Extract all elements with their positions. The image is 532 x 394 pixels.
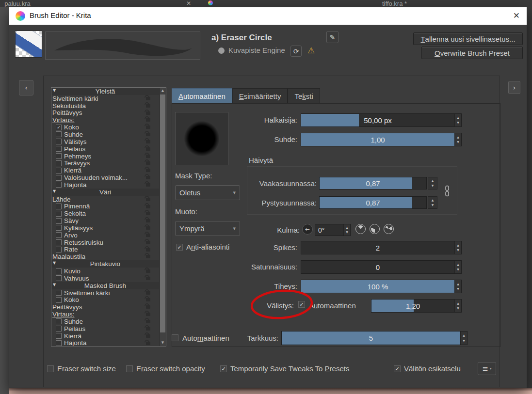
option-checkbox[interactable]: [56, 268, 62, 274]
options-list-item[interactable]: Kierrä: [51, 167, 159, 174]
collapse-triangle-icon[interactable]: ▼: [53, 189, 56, 193]
edit-icon[interactable]: ✎: [326, 31, 339, 43]
mask-type-select[interactable]: Oletus: [175, 185, 240, 200]
tab-automaattinen[interactable]: Automaattinen: [172, 88, 232, 104]
scroll-down-icon[interactable]: ▼: [160, 340, 166, 346]
spin-buttons[interactable]: [454, 280, 461, 293]
collapse-triangle-icon[interactable]: ▼: [53, 283, 56, 287]
spacing-auto-checkbox[interactable]: ✓: [298, 301, 305, 308]
options-list-item[interactable]: Siveltimen kärki: [51, 95, 159, 102]
option-checkbox[interactable]: [56, 131, 62, 137]
option-checkbox[interactable]: [56, 139, 62, 144]
eraser-switch-size-checkbox-row[interactable]: Eraser switch size: [47, 364, 116, 373]
options-list-item[interactable]: Terävyys: [51, 159, 159, 167]
option-checkbox[interactable]: ✓: [56, 125, 62, 130]
options-list-item[interactable]: Peilaus: [51, 145, 159, 153]
options-list-item[interactable]: Sävy: [51, 217, 159, 224]
footer-checkbox[interactable]: [126, 365, 133, 372]
option-checkbox[interactable]: [56, 168, 62, 173]
option-checkbox[interactable]: [56, 275, 62, 281]
options-scrollbar[interactable]: ▲ ▼: [159, 88, 166, 346]
antialias-checkbox[interactable]: ✓: [176, 244, 183, 251]
options-list-item[interactable]: Arvo: [51, 232, 159, 239]
option-checkbox[interactable]: [56, 182, 62, 188]
background-doc-tab-active[interactable]: tiffo.kra *: [382, 0, 407, 7]
spin-buttons[interactable]: [454, 114, 461, 126]
background-doc-tab[interactable]: _paluu.kra: [1, 0, 31, 7]
options-list-item[interactable]: Maalaustila: [51, 253, 159, 260]
angle-preset-diagonal-icon[interactable]: [384, 224, 394, 234]
options-list-item[interactable]: Peittävyys: [51, 110, 159, 117]
tab-teksti[interactable]: Teksti: [288, 88, 320, 104]
options-list-item[interactable]: ✓Koko: [51, 124, 159, 131]
options-list-item[interactable]: Rate: [51, 246, 159, 253]
option-checkbox[interactable]: [56, 326, 62, 331]
precision-slider[interactable]: 5: [281, 331, 468, 345]
close-icon[interactable]: ✕: [513, 11, 520, 20]
angle-dial[interactable]: ←: [302, 224, 313, 235]
spin-buttons[interactable]: [454, 299, 461, 312]
options-list-item[interactable]: Lähde: [51, 196, 159, 203]
spacing-slider[interactable]: 1,20: [371, 299, 462, 313]
angle-preset-top-icon[interactable]: [355, 224, 366, 234]
options-section-header[interactable]: ▼Väri: [51, 189, 159, 196]
options-list-item[interactable]: Pimennä: [51, 203, 159, 210]
option-checkbox[interactable]: [56, 153, 62, 159]
options-list-item[interactable]: Sekoita: [51, 210, 159, 217]
fade-vertical-slider[interactable]: 0,87: [319, 196, 427, 209]
option-checkbox[interactable]: [56, 297, 62, 303]
shape-select[interactable]: Ympyrä: [175, 221, 240, 236]
footer-checkbox[interactable]: [47, 365, 54, 372]
options-list-item[interactable]: Suhde: [51, 131, 159, 138]
option-checkbox[interactable]: [56, 218, 62, 224]
options-list-item[interactable]: Välistys: [51, 138, 159, 145]
angle-preset-left-icon[interactable]: [370, 224, 380, 234]
options-list-item[interactable]: Kuvio: [51, 268, 159, 275]
options-list-item[interactable]: Valoisuuden voimak...: [51, 174, 159, 181]
option-checkbox[interactable]: [56, 175, 62, 181]
detach-menu-button[interactable]: ≡: [478, 362, 496, 375]
dialog-titlebar[interactable]: Brush Editor - Krita ✕: [9, 7, 527, 25]
options-list-item[interactable]: Kylläisyys: [51, 224, 159, 232]
options-list-item[interactable]: Retussiruisku: [51, 239, 159, 246]
spin-buttons[interactable]: [454, 241, 461, 254]
fade-horizontal-slider[interactable]: 0,87: [319, 177, 427, 189]
tab-close-icon[interactable]: ✕: [186, 0, 191, 7]
scratchpad-right-button[interactable]: ›: [508, 81, 520, 94]
link-hv-icon[interactable]: [444, 185, 451, 197]
options-list-item[interactable]: Sekoitustila: [51, 102, 159, 110]
brush-options-list[interactable]: ▼YleistäSiveltimen kärkiSekoitustilaPeit…: [51, 87, 166, 347]
options-section-header[interactable]: ▼Pintakuvio: [51, 260, 159, 268]
option-checkbox[interactable]: [56, 146, 62, 152]
options-list-item[interactable]: Hajonta: [51, 181, 159, 189]
spikes-slider[interactable]: 2: [301, 241, 462, 254]
preset-thumbnail[interactable]: [15, 31, 42, 58]
spin-buttons[interactable]: [428, 177, 437, 189]
option-checkbox[interactable]: [56, 160, 62, 166]
instant-preview-checkbox-row[interactable]: ✓Välitön esikatselu: [394, 364, 461, 373]
overwrite-preset-button[interactable]: Overwrite Brush Preset: [421, 47, 523, 59]
spin-buttons[interactable]: [460, 331, 467, 345]
randomness-slider[interactable]: 0: [301, 260, 462, 274]
option-checkbox[interactable]: [56, 204, 62, 209]
diameter-slider[interactable]: 50,00 px: [301, 113, 462, 127]
spin-buttons[interactable]: [454, 133, 461, 146]
options-section-header[interactable]: ▼Yleistä: [51, 88, 159, 95]
scroll-up-icon[interactable]: ▲: [160, 88, 166, 94]
options-list-item[interactable]: Hajonta: [51, 340, 159, 346]
precision-auto-checkbox[interactable]: [172, 334, 178, 341]
option-checkbox[interactable]: [56, 239, 62, 245]
density-slider[interactable]: 100 %: [301, 280, 462, 293]
options-list-item[interactable]: Virtaus:: [51, 116, 159, 124]
angle-spinbox[interactable]: 0°: [315, 224, 351, 236]
collapse-triangle-icon[interactable]: ▼: [53, 261, 56, 265]
eraser-switch-opacity-checkbox-row[interactable]: Eraser switch opacity: [126, 364, 205, 373]
options-list-item[interactable]: Peilaus: [51, 325, 159, 332]
option-checkbox[interactable]: [56, 211, 62, 217]
spin-buttons[interactable]: [343, 224, 350, 236]
option-checkbox[interactable]: [56, 232, 62, 238]
option-checkbox[interactable]: [56, 318, 62, 324]
scroll-thumb[interactable]: [160, 95, 165, 332]
options-list-item[interactable]: Peittävyys: [51, 303, 159, 311]
save-new-preset-button[interactable]: Tallenna uusi sivellinasetus...: [413, 32, 523, 45]
